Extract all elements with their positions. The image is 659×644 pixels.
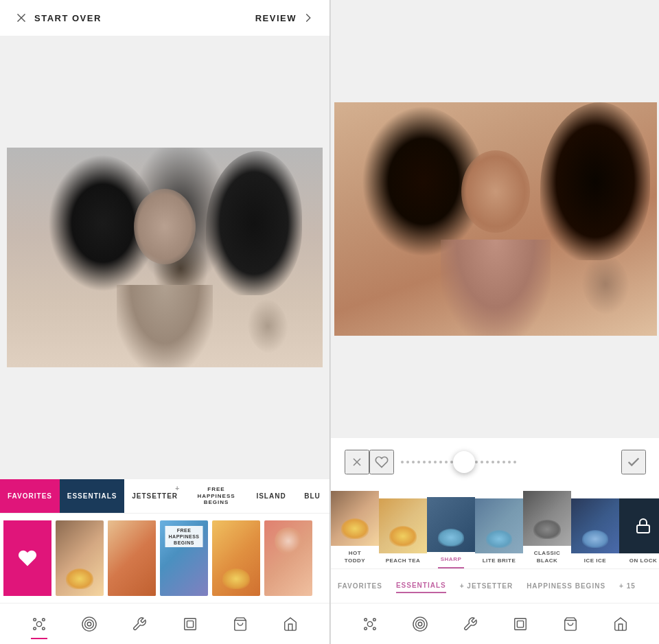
nav-effects-right[interactable] [411,614,430,634]
nav-effects-left[interactable] [80,614,99,634]
slider-dot [401,461,404,463]
chevron-right-icon [301,10,316,25]
body-decoration [117,285,213,367]
nav-frames-left[interactable] [181,614,200,634]
frames-icon-right [513,617,528,632]
slider-dot [481,461,483,463]
lock-overlay [619,498,659,553]
right-photo [334,102,657,336]
nav-stickers-right[interactable] [561,614,580,634]
svg-point-17 [364,618,367,621]
filter-hot-toddy[interactable]: HOTTODDY [331,486,379,568]
filter-tab-island-left[interactable]: ISLAND [247,479,295,513]
home-icon-right [613,617,628,632]
filter-peach-tea[interactable]: PEACH TEA [379,486,427,568]
slider-dot [497,461,500,463]
svg-rect-10 [184,618,196,630]
nav-tools-right[interactable] [461,614,480,634]
filter-thumb-island[interactable] [212,520,260,596]
filter-label-classic-black: CLASSICBLACK [531,546,564,568]
filter-sharp[interactable]: SHARP [427,486,475,568]
slider-confirm-button[interactable] [621,450,646,474]
nav-frames-right[interactable] [511,614,530,634]
nav-stickers-left[interactable] [231,614,250,634]
slider-favorite-button[interactable] [369,450,394,474]
slider-dot [486,461,489,463]
tab-jetsetter-right[interactable]: + JETSETTER [460,579,513,593]
filter-thumb-lite-brite [475,498,523,553]
food-icon [533,520,561,539]
filter-thumb-ice-ice [571,498,619,553]
right-panel: HOTTODDY PEACH TEA SHARP LITE BRITE [330,0,659,644]
cancel-icon [350,455,364,469]
slider-dot [513,461,516,463]
filter-thumb-on-lock [619,498,659,553]
favorites-heart-item[interactable] [3,520,51,596]
lock-icon [635,518,651,534]
review-label: REVIEW [255,13,297,23]
svg-point-7 [87,622,91,626]
svg-point-16 [367,621,372,626]
filter-lite-brite[interactable]: LITE BRITE [475,486,523,568]
slider-dot [492,461,494,463]
slider-dot [434,461,437,463]
filter-tab-happiness-left[interactable]: FREEHAPPINESSBEGINS [185,479,247,513]
filter-tab-jetsetter-left[interactable]: JETSETTER [124,479,185,513]
check-icon [626,455,641,470]
tools-icon-right [463,617,478,632]
left-image-area [0,36,330,479]
filter-on-lock[interactable]: ON LOCK [619,486,659,568]
tab-happiness-right[interactable]: HAPPINESS BEGINS [527,579,605,593]
svg-point-19 [364,627,367,630]
review-button[interactable]: REVIEW [255,10,316,25]
tab-more-right[interactable]: + 15 [619,579,636,593]
filter-thumb-peach-tea [379,498,427,553]
start-over-label: START OVER [34,13,102,23]
nav-home-left[interactable] [281,614,300,634]
svg-point-5 [33,627,36,630]
right-tattoo [581,253,629,315]
svg-point-22 [415,619,424,628]
nav-tools-left[interactable] [130,614,149,634]
right-image-area [331,0,659,438]
food-icon [438,529,464,547]
filter-label-ice-ice: ICE ICE [581,553,609,568]
tools-icon-left [132,617,147,632]
filter-row-right: HOTTODDY PEACH TEA SHARP LITE BRITE [331,486,659,568]
filter-ice-ice[interactable]: ICE ICE [571,486,619,568]
slider-dot [412,461,415,463]
filter-tab-blur-left[interactable]: BLU [295,479,330,513]
nav-filters-right[interactable] [360,614,380,634]
food-island [222,568,250,589]
svg-point-20 [373,627,375,630]
filter-thumb-blur[interactable] [264,520,312,596]
slider-dot [475,461,478,463]
filters-icon-right [362,617,378,632]
svg-point-21 [418,622,422,626]
filter-label-lite-brite: LITE BRITE [480,553,519,568]
filter-classic-black[interactable]: CLASSICBLACK [523,486,571,568]
filter-tab-favorites-left[interactable]: FAVORITES [0,479,60,513]
filter-thumb-jetsetter[interactable] [108,520,156,596]
filter-thumb-essentials[interactable] [56,520,104,596]
slider-track-container[interactable] [401,451,614,473]
svg-rect-25 [517,621,523,627]
nav-home-right[interactable] [611,614,630,634]
tab-essentials-right[interactable]: ESSENTIALS [396,579,446,593]
food-icon [341,518,369,539]
slider-dot [508,461,511,463]
face-decoration [134,189,196,264]
tab-favorites-right[interactable]: FAVORITES [338,579,382,593]
right-body [441,240,551,336]
slider-handle[interactable] [453,451,475,473]
svg-point-2 [36,621,41,626]
filter-thumbnails-left: FREEHAPPINESSBEGINS [0,514,330,603]
start-over-button[interactable]: START OVER [14,10,102,25]
filter-tab-essentials-left[interactable]: ESSENTIALS [60,479,124,513]
svg-point-6 [42,627,45,630]
nav-filters-left[interactable] [30,614,49,634]
slider-cancel-button[interactable] [345,450,369,474]
filter-thumb-happiness[interactable]: FREEHAPPINESSBEGINS [160,520,208,596]
slider-dot [439,461,442,463]
free-label: FREEHAPPINESSBEGINS [165,526,203,547]
